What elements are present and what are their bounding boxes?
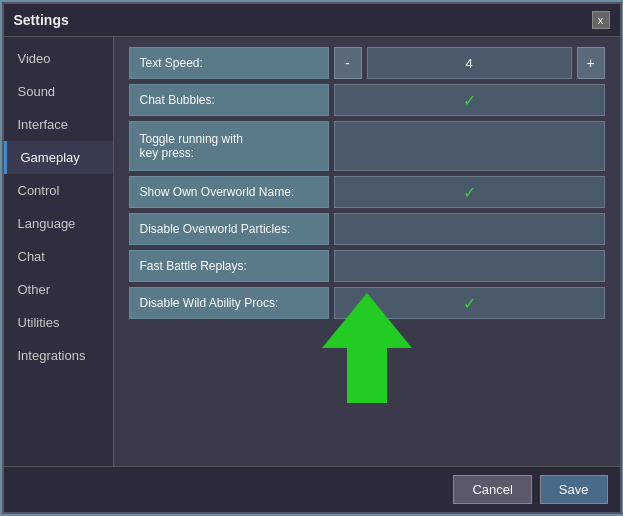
sidebar: Video Sound Interface Gameplay Control L… [4,37,114,466]
sidebar-item-label: Chat [18,249,45,264]
close-button[interactable]: x [592,11,610,29]
sidebar-item-integrations[interactable]: Integrations [4,339,113,372]
fast-battle-value[interactable] [334,250,605,282]
sidebar-item-control[interactable]: Control [4,174,113,207]
title-bar: Settings x [4,4,620,37]
chat-bubbles-value[interactable]: ✓ [334,84,605,116]
sidebar-item-other[interactable]: Other [4,273,113,306]
dialog-body: Video Sound Interface Gameplay Control L… [4,37,620,466]
show-overworld-value[interactable]: ✓ [334,176,605,208]
sidebar-item-video[interactable]: Video [4,42,113,75]
sidebar-item-label: Other [18,282,51,297]
sidebar-item-language[interactable]: Language [4,207,113,240]
sidebar-item-label: Sound [18,84,56,99]
cancel-button[interactable]: Cancel [453,475,531,504]
chat-bubbles-checkmark: ✓ [463,91,476,110]
disable-wild-label: Disable Wild Ability Procs: [129,287,329,319]
fast-battle-label: Fast Battle Replays: [129,250,329,282]
disable-overworld-value[interactable] [334,213,605,245]
show-overworld-row: Show Own Overworld Name: ✓ [129,176,605,208]
disable-overworld-row: Disable Overworld Particles: [129,213,605,245]
chat-bubbles-label: Chat Bubbles: [129,84,329,116]
chat-bubbles-row: Chat Bubbles: ✓ [129,84,605,116]
text-speed-minus-button[interactable]: - [334,47,362,79]
toggle-running-label: Toggle running withkey press: [129,121,329,171]
disable-wild-value[interactable]: ✓ [334,287,605,319]
text-speed-value: 4 [367,47,572,79]
toggle-running-row: Toggle running withkey press: [129,121,605,171]
sidebar-item-label: Video [18,51,51,66]
text-speed-label: Text Speed: [129,47,329,79]
sidebar-item-label: Integrations [18,348,86,363]
show-overworld-checkmark: ✓ [463,183,476,202]
disable-wild-checkmark: ✓ [463,294,476,313]
disable-overworld-label: Disable Overworld Particles: [129,213,329,245]
toggle-running-value[interactable] [334,121,605,171]
sidebar-item-interface[interactable]: Interface [4,108,113,141]
text-speed-row: Text Speed: - 4 + [129,47,605,79]
sidebar-item-label: Control [18,183,60,198]
sidebar-item-label: Language [18,216,76,231]
fast-battle-row: Fast Battle Replays: [129,250,605,282]
sidebar-item-utilities[interactable]: Utilities [4,306,113,339]
sidebar-item-sound[interactable]: Sound [4,75,113,108]
disable-wild-row: Disable Wild Ability Procs: ✓ [129,287,605,319]
sidebar-item-gameplay[interactable]: Gameplay [4,141,113,174]
save-button[interactable]: Save [540,475,608,504]
main-content: Text Speed: - 4 + Chat Bubbles: ✓ Toggle… [114,37,620,466]
sidebar-item-label: Interface [18,117,69,132]
footer: Cancel Save [4,466,620,512]
dialog-title: Settings [14,12,69,28]
text-speed-plus-button[interactable]: + [577,47,605,79]
sidebar-item-label: Utilities [18,315,60,330]
show-overworld-label: Show Own Overworld Name: [129,176,329,208]
sidebar-item-label: Gameplay [21,150,80,165]
settings-dialog: Settings x Video Sound Interface Gamepla… [2,2,622,514]
sidebar-item-chat[interactable]: Chat [4,240,113,273]
